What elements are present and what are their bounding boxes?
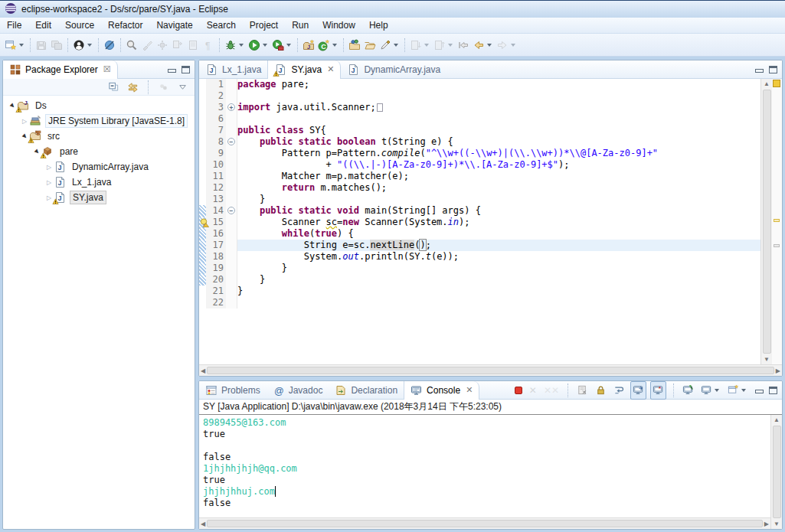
- console-line[interactable]: true: [203, 475, 770, 486]
- search-button[interactable]: [124, 36, 139, 54]
- menu-source[interactable]: Source: [58, 18, 101, 32]
- pin-console-button[interactable]: [681, 381, 695, 400]
- scroll-up-icon[interactable]: ▲: [774, 415, 780, 425]
- maximize-console-button[interactable]: [769, 387, 777, 394]
- back-dropdown-icon[interactable]: [487, 44, 492, 47]
- code-text[interactable]: Pattern p=Pattern.compile("^\\w+((-\\w+)…: [237, 148, 760, 159]
- maximize-view-button[interactable]: [182, 66, 190, 73]
- mark-occurrences-button[interactable]: [378, 36, 401, 54]
- console-line[interactable]: false: [203, 498, 770, 509]
- code-text[interactable]: String e=sc.nextLine();: [237, 240, 760, 251]
- view-tab-declaration[interactable]: Declaration: [329, 381, 404, 400]
- show-on-stdout-button[interactable]: [630, 381, 646, 400]
- scroll-left-icon[interactable]: ◀: [201, 521, 205, 527]
- code-editor[interactable]: 1package pare;23+import java.util.Scanne…: [199, 79, 760, 364]
- code-text[interactable]: }: [237, 274, 760, 286]
- show-on-stderr-button[interactable]: *: [650, 381, 666, 400]
- code-line-15[interactable]: 15 Scanner sc=new Scanner(System.in);: [199, 217, 760, 228]
- menu-file[interactable]: File: [0, 18, 28, 32]
- tab-package-explorer[interactable]: Package Explorer ☒: [3, 60, 118, 79]
- open-type-button[interactable]: [347, 36, 362, 54]
- run-button[interactable]: [247, 36, 270, 54]
- console-output[interactable]: 8989455@163.comtruefalse1jhjhhjhjh@qq.co…: [199, 415, 770, 517]
- code-text[interactable]: }: [237, 286, 760, 297]
- menu-project[interactable]: Project: [243, 18, 285, 32]
- new-wizard-button[interactable]: [3, 36, 27, 54]
- console-line[interactable]: jhjhjhhuj.com: [203, 486, 770, 498]
- scroll-lock-button[interactable]: [594, 381, 608, 400]
- mark-occurrences-dropdown-icon[interactable]: [394, 44, 398, 47]
- code-line-20[interactable]: 20 }: [199, 274, 760, 286]
- account-button[interactable]: [71, 36, 95, 54]
- console-line[interactable]: 8989455@163.com: [203, 417, 770, 429]
- view-tab-problems[interactable]: Problems: [199, 381, 267, 400]
- code-text[interactable]: return m.matches();: [237, 182, 760, 194]
- overview-ruler[interactable]: [772, 79, 782, 364]
- overview-annotations-icon[interactable]: [773, 80, 780, 87]
- clear-console-button[interactable]: [575, 381, 590, 400]
- open-resource-button[interactable]: [362, 36, 378, 54]
- scrollbar-thumb[interactable]: [763, 90, 771, 354]
- tree-item-SY.java[interactable]: ▷JSY.java: [3, 190, 195, 205]
- overview-warning-mark[interactable]: [774, 219, 780, 222]
- back-button[interactable]: [471, 36, 495, 54]
- console-line[interactable]: true: [203, 429, 770, 440]
- view-menu-button[interactable]: [175, 78, 190, 96]
- title-bar[interactable]: eclipse-workspace2 - Ds/src/pare/SY.java…: [0, 1, 785, 18]
- scrollbar-thumb[interactable]: [207, 520, 763, 527]
- code-line-14[interactable]: 14− public static void main(String[] arg…: [199, 205, 760, 217]
- code-line-8[interactable]: 8− public static boolean t(String e) {: [199, 136, 760, 148]
- run-external-dropdown-icon[interactable]: [286, 44, 291, 47]
- code-text[interactable]: package pare;: [237, 79, 760, 90]
- code-line-12[interactable]: 12 return m.matches();: [199, 182, 760, 194]
- code-text[interactable]: [237, 90, 760, 102]
- code-line-10[interactable]: 10 + "((\\.|-)[A-Za-z0-9]+)*\\.[A-Za-z0-…: [199, 159, 760, 171]
- code-text[interactable]: while(true) {: [237, 228, 760, 240]
- debug-dropdown-icon[interactable]: [239, 44, 244, 47]
- menu-edit[interactable]: Edit: [28, 18, 58, 32]
- console-vertical-scrollbar[interactable]: ▲ ▼: [770, 415, 782, 529]
- menu-search[interactable]: Search: [200, 18, 243, 32]
- tree-item-Lx_1.java[interactable]: ▷JLx_1.java: [3, 175, 195, 190]
- quickfix-warning-icon[interactable]: [199, 217, 206, 228]
- scrollbar-thumb[interactable]: [207, 367, 774, 374]
- skip-breakpoints-button[interactable]: [102, 36, 117, 54]
- code-line-18[interactable]: 18 System.out.println(SY.t(e));: [199, 251, 760, 263]
- code-text[interactable]: Scanner sc=new Scanner(System.in);: [237, 217, 760, 228]
- code-text[interactable]: public static void main(String[] args) {: [237, 205, 760, 217]
- editor-tab-Lx_1.java[interactable]: JLx_1.java: [199, 60, 267, 79]
- terminate-button[interactable]: [513, 381, 524, 400]
- scroll-up-icon[interactable]: ▲: [764, 79, 770, 89]
- new-wizard-dropdown-icon[interactable]: [19, 44, 24, 47]
- debug-button[interactable]: [223, 36, 247, 54]
- close-view-icon[interactable]: ☒: [103, 64, 111, 74]
- scroll-right-icon[interactable]: ▶: [776, 367, 780, 374]
- scroll-down-icon[interactable]: ▼: [774, 519, 780, 529]
- new-java-project-button[interactable]: J: [301, 36, 316, 54]
- console-line[interactable]: [203, 440, 770, 452]
- console-horizontal-scrollbar[interactable]: ◀ ▶: [199, 517, 770, 529]
- code-line-3[interactable]: 3+import java.util.Scanner;: [199, 102, 760, 113]
- editor-tab-DynamicArray.java[interactable]: JDynamicArray.java: [341, 60, 446, 79]
- menu-refactor[interactable]: Refactor: [101, 18, 149, 32]
- view-tab-javadoc[interactable]: @Javadoc: [267, 381, 329, 400]
- code-text[interactable]: System.out.println(SY.t(e));: [237, 251, 760, 263]
- last-edit-dropdown-icon[interactable]: [424, 44, 429, 47]
- run-external-button[interactable]: [270, 36, 294, 54]
- display-console-button[interactable]: [699, 381, 722, 400]
- overview-occurrence-mark[interactable]: [774, 244, 780, 247]
- menu-window[interactable]: Window: [316, 18, 362, 32]
- menu-run[interactable]: Run: [285, 18, 316, 32]
- back-bar-button[interactable]: [456, 36, 471, 54]
- code-line-19[interactable]: 19 }: [199, 263, 760, 274]
- fold-plus-icon[interactable]: +: [226, 102, 237, 113]
- menu-help[interactable]: Help: [362, 18, 395, 32]
- forward-dropdown-icon[interactable]: [511, 44, 515, 47]
- menu-navigate[interactable]: Navigate: [149, 18, 199, 32]
- console-line[interactable]: 1jhjhhjhjh@qq.com: [203, 463, 770, 475]
- word-wrap-button[interactable]: [612, 381, 626, 400]
- code-text[interactable]: import java.util.Scanner;: [237, 102, 760, 113]
- code-text[interactable]: }: [237, 194, 760, 205]
- link-editor-button[interactable]: [126, 78, 140, 96]
- code-line-1[interactable]: 1package pare;: [199, 79, 760, 90]
